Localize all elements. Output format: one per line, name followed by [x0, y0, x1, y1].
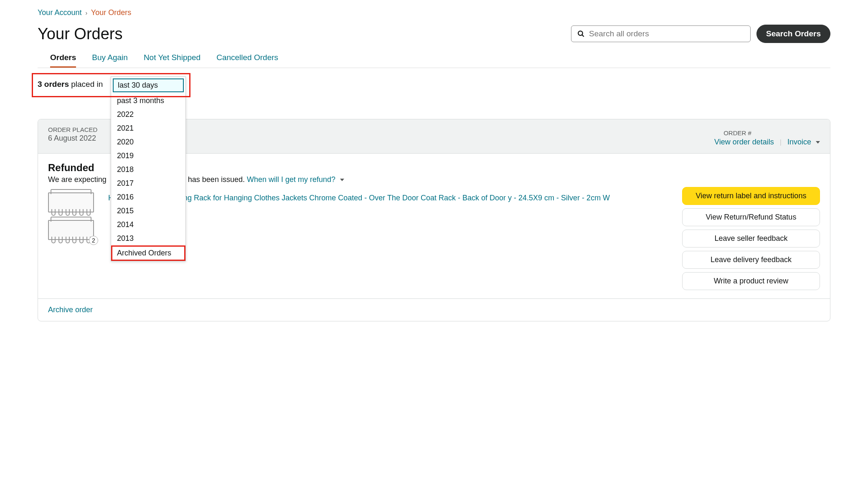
dropdown-option-2014[interactable]: 2014: [111, 218, 185, 232]
leave-delivery-feedback-button[interactable]: Leave delivery feedback: [682, 251, 820, 269]
breadcrumb: Your Account › Your Orders: [38, 8, 830, 17]
dropdown-option-2013[interactable]: 2013: [111, 232, 185, 245]
dropdown-option-last-30-days[interactable]: last 30 days: [113, 78, 184, 92]
page-title: Your Orders: [38, 25, 122, 43]
order-actions: View return label and instructions View …: [682, 187, 820, 290]
substatus-prefix: We are expecting: [48, 175, 107, 184]
order-number-label: ORDER #: [723, 129, 751, 136]
order-placed-column: ORDER PLACED 6 August 2022: [48, 126, 97, 147]
product-thumbnail[interactable]: 2: [48, 192, 98, 247]
breadcrumb-separator: ›: [85, 10, 87, 16]
page-header: Your Orders Search Orders: [38, 25, 830, 43]
filter-count: 3 orders: [38, 80, 69, 88]
chevron-down-icon: [340, 179, 344, 181]
dropdown-option-past-3-months[interactable]: past 3 months: [111, 94, 185, 108]
filter-summary: 3 orders placed in: [38, 80, 103, 89]
dropdown-option-archived-orders[interactable]: Archived Orders: [111, 245, 185, 261]
leave-seller-feedback-button[interactable]: Leave seller feedback: [682, 230, 820, 248]
dropdown-option-2016[interactable]: 2016: [111, 190, 185, 204]
dropdown-option-2019[interactable]: 2019: [111, 149, 185, 163]
quantity-badge: 2: [89, 236, 98, 245]
search-icon: [577, 30, 585, 38]
svg-line-1: [582, 35, 584, 37]
search-input[interactable]: [589, 29, 744, 38]
svg-point-0: [578, 31, 583, 35]
dropdown-option-2015[interactable]: 2015: [111, 204, 185, 218]
ship-to-label: SHIP TO: [139, 126, 714, 133]
refund-faq-link[interactable]: When will I get my refund?: [247, 175, 335, 184]
search-area: Search Orders: [571, 25, 830, 43]
dropdown-option-2017[interactable]: 2017: [111, 177, 185, 190]
product-image-rack-2: [48, 220, 94, 240]
tab-cancelled[interactable]: Cancelled Orders: [216, 53, 278, 68]
order-number-column: ORDER # View order details | Invoice: [714, 126, 820, 147]
order-number-redacted: [753, 126, 820, 135]
write-product-review-button[interactable]: Write a product review: [682, 272, 820, 290]
dropdown-option-2022[interactable]: 2022: [111, 108, 185, 121]
filter-placed-in: placed in: [71, 80, 103, 88]
breadcrumb-current: Your Orders: [91, 8, 131, 17]
tab-orders[interactable]: Orders: [50, 53, 76, 68]
order-placed-label: ORDER PLACED: [48, 126, 97, 133]
product-image-rack-1: [48, 192, 94, 212]
tab-buy-again[interactable]: Buy Again: [92, 53, 128, 68]
order-placed-date: 6 August 2022: [48, 134, 97, 143]
search-orders-button[interactable]: Search Orders: [756, 25, 830, 43]
view-refund-status-button[interactable]: View Return/Refund Status: [682, 208, 820, 226]
dropdown-option-2020[interactable]: 2020: [111, 135, 185, 149]
time-filter-dropdown[interactable]: last 30 days past 3 months 2022 2021 202…: [111, 76, 186, 261]
breadcrumb-account-link[interactable]: Your Account: [38, 8, 81, 17]
invoice-link[interactable]: Invoice: [787, 138, 820, 147]
ship-to-column: SHIP TO: [139, 126, 714, 147]
order-footer: Archive order: [38, 298, 830, 321]
dropdown-option-2018[interactable]: 2018: [111, 163, 185, 177]
view-order-details-link[interactable]: View order details: [714, 138, 774, 147]
view-return-label-button[interactable]: View return label and instructions: [682, 187, 820, 205]
dropdown-option-2021[interactable]: 2021: [111, 121, 185, 135]
order-tabs: Orders Buy Again Not Yet Shipped Cancell…: [38, 53, 830, 68]
archive-order-link[interactable]: Archive order: [48, 306, 93, 314]
chevron-down-icon: [816, 141, 820, 144]
search-box[interactable]: [571, 25, 751, 42]
tab-not-shipped[interactable]: Not Yet Shipped: [144, 53, 201, 68]
filter-row: 3 orders placed in last 30 days past 3 m…: [38, 76, 830, 89]
link-divider: |: [780, 139, 782, 146]
